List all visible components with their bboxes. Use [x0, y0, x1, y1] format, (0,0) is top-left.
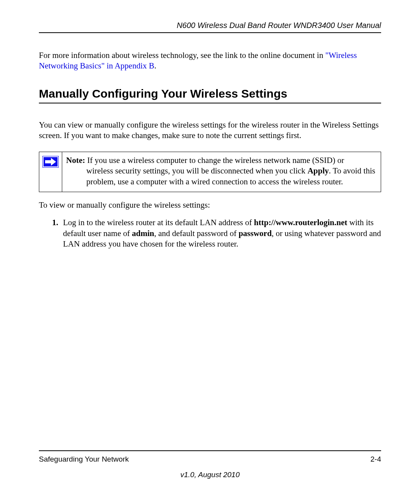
page-footer: Safeguarding Your Network 2-4 v1.0, Augu… — [39, 450, 381, 479]
step1-admin: admin — [132, 229, 154, 238]
footer-version: v1.0, August 2010 — [39, 471, 381, 479]
document-header-title: N600 Wireless Dual Band Router WNDR3400 … — [39, 21, 381, 32]
step1-url: http://www.routerlogin.net — [254, 218, 347, 227]
step-text: Log in to the wireless router at its def… — [63, 217, 381, 249]
intro-text-suffix: . — [154, 61, 156, 70]
section-heading: Manually Configuring Your Wireless Setti… — [39, 87, 381, 103]
arrow-right-icon — [42, 155, 59, 170]
page-number: 2-4 — [371, 455, 381, 464]
step1-password: password — [238, 229, 271, 238]
post-note-paragraph: To view or manually configure the wirele… — [39, 200, 381, 210]
note-text: Note: If you use a wireless computer to … — [62, 152, 381, 192]
step-list: 1. Log in to the wireless router at its … — [39, 217, 381, 249]
step-number: 1. — [52, 217, 63, 249]
note-line1: If you use a wireless computer to change… — [85, 156, 344, 165]
intro-text-prefix: For more information about wireless tech… — [39, 51, 325, 60]
list-item: 1. Log in to the wireless router at its … — [52, 217, 381, 249]
note-label: Note: — [66, 156, 85, 165]
note-rest-before-apply: wireless security settings, you will be … — [86, 166, 308, 175]
step1-t1: Log in to the wireless router at its def… — [63, 218, 254, 227]
note-box: Note: If you use a wireless computer to … — [39, 152, 381, 192]
footer-section-name: Safeguarding Your Network — [39, 455, 129, 464]
body-paragraph: You can view or manually configure the w… — [39, 120, 381, 141]
footer-divider — [39, 450, 381, 451]
intro-paragraph: For more information about wireless tech… — [39, 50, 381, 72]
note-icon-cell — [39, 152, 62, 192]
header-divider — [39, 32, 381, 33]
note-apply-word: Apply — [308, 166, 329, 175]
step1-t3: , and default password of — [154, 229, 238, 238]
